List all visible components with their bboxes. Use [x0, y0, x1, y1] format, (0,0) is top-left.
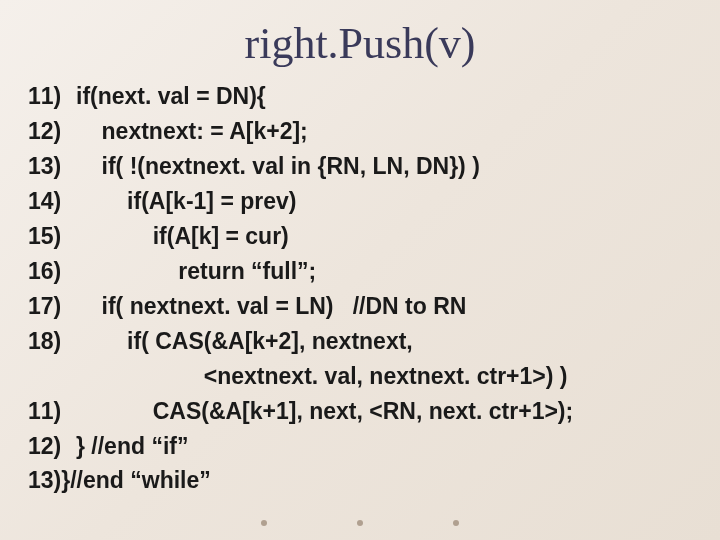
code-line: 12)} //end “if”	[28, 429, 700, 464]
code-line: 11)if(next. val = DN){	[28, 79, 700, 114]
code-line: <nextnext. val, nextnext. ctr+1>) )	[28, 359, 700, 394]
dot	[453, 520, 459, 526]
code-block: 11)if(next. val = DN){12) nextnext: = A[…	[0, 79, 720, 498]
line-number: 11)	[28, 79, 76, 114]
code-text: CAS(&A[k+1], next, <RN, next. ctr+1>);	[76, 398, 573, 424]
code-text: if( nextnext. val = LN) //DN to RN	[76, 293, 466, 319]
line-number: 12)	[28, 114, 76, 149]
code-line: 11) CAS(&A[k+1], next, <RN, next. ctr+1>…	[28, 394, 700, 429]
code-text: if(A[k] = cur)	[76, 223, 289, 249]
code-line: 15) if(A[k] = cur)	[28, 219, 700, 254]
code-line: 13) if( !(nextnext. val in {RN, LN, DN})…	[28, 149, 700, 184]
code-line: 12) nextnext: = A[k+2];	[28, 114, 700, 149]
code-text: if( !(nextnext. val in {RN, LN, DN}) )	[76, 153, 480, 179]
code-text: nextnext: = A[k+2];	[76, 118, 308, 144]
page-title: right.Push(v)	[0, 0, 720, 79]
line-number: 15)	[28, 219, 76, 254]
line-number: 18)	[28, 324, 76, 359]
code-line: 17) if( nextnext. val = LN) //DN to RN	[28, 289, 700, 324]
code-line: 18) if( CAS(&A[k+2], nextnext,	[28, 324, 700, 359]
code-text: if(A[k-1] = prev)	[76, 188, 296, 214]
code-line: 14) if(A[k-1] = prev)	[28, 184, 700, 219]
code-text: } //end “if”	[76, 433, 188, 459]
line-number: 13)	[28, 149, 76, 184]
slide-dots	[261, 520, 459, 526]
line-number: 12)	[28, 429, 76, 464]
line-number: 14)	[28, 184, 76, 219]
code-text: if(next. val = DN){	[76, 83, 266, 109]
dot	[261, 520, 267, 526]
code-line: 16) return “full”;	[28, 254, 700, 289]
line-number: 11)	[28, 394, 76, 429]
line-number: 16)	[28, 254, 76, 289]
dot	[357, 520, 363, 526]
code-text: if( CAS(&A[k+2], nextnext,	[76, 328, 413, 354]
line-number: 17)	[28, 289, 76, 324]
code-text: <nextnext. val, nextnext. ctr+1>) )	[76, 363, 567, 389]
code-text: return “full”;	[76, 258, 316, 284]
code-line: 13)}//end “while”	[28, 463, 700, 498]
